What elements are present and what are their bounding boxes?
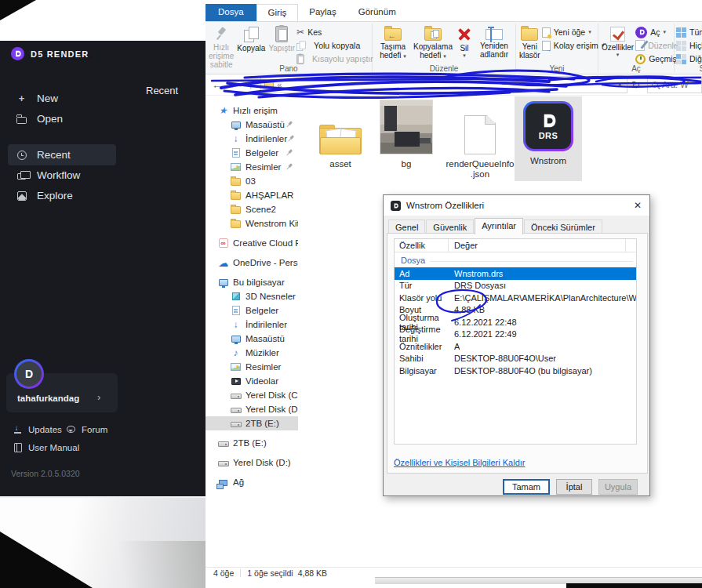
cut-button[interactable]: ✂ Kes	[296, 26, 373, 38]
sidebar-item-videos[interactable]: Videolar	[206, 374, 298, 388]
document-icon	[232, 148, 240, 158]
select-none-button[interactable]: Hiçbirini	[676, 39, 702, 52]
rename-button[interactable]: Yeniden adlandır	[475, 24, 514, 60]
paste-shortcut-button[interactable]: Kısayolu yapıştır	[296, 53, 373, 65]
history-button[interactable]: Geçmiş	[635, 53, 678, 65]
edit-button[interactable]: Düzenle	[635, 39, 678, 52]
detail-row-folder-path[interactable]: Klasör yoluE:\ÇALIŞMALAR\AMERİKA\PlanArc…	[395, 292, 636, 304]
star-icon: ★	[219, 106, 227, 116]
address-bar[interactable]: « ▾	[260, 76, 627, 93]
cancel-button[interactable]: İptal	[556, 479, 592, 495]
invert-selection-button[interactable]: Diğerleri	[676, 53, 702, 65]
sidebar-item-local-disk-d-2[interactable]: Yerel Disk (D:)	[206, 456, 298, 470]
tab-share[interactable]: Paylaş	[298, 4, 347, 21]
sidebar-item-network[interactable]: Ağ	[206, 475, 298, 489]
picture-icon	[231, 163, 241, 171]
sidebar-item-03[interactable]: 03	[206, 174, 298, 188]
cloud-icon: ☁	[218, 258, 228, 268]
detail-row-owner[interactable]: SahibiDESKTOP-88U0F4O\User	[395, 353, 636, 365]
item-count: 4 öğe	[213, 568, 234, 578]
sidebar-item-onedrive[interactable]: ☁OneDrive - Personal	[206, 256, 298, 270]
new-item-button[interactable]: Yeni öğe ▾	[542, 26, 605, 38]
folder-icon	[231, 206, 241, 214]
address-dropdown[interactable]: ▾	[616, 82, 624, 89]
open-small-buttons: Aç ▾ Düzenle Geçmiş	[635, 24, 678, 65]
file-bg-image[interactable]: bg	[375, 100, 438, 169]
move-to-button[interactable]: ← Taşıma hedefi ▾	[374, 24, 412, 61]
sidebar-item-documents-2[interactable]: Belgeler	[206, 303, 298, 318]
up-button[interactable]: ↑	[244, 79, 257, 91]
copy-path-button[interactable]: Yolu kopyala	[296, 39, 373, 52]
sidebar-item-creative-cloud[interactable]: ∞Creative Cloud Files	[206, 236, 298, 250]
file-wnstrom-drs-selected[interactable]: DRS Wnstrom	[515, 96, 582, 181]
detail-row-attributes[interactable]: ÖzniteliklerA	[395, 340, 636, 353]
search-box[interactable]: Ara: W	[647, 76, 702, 93]
d5-forum-link[interactable]: Forum	[66, 424, 107, 434]
delete-button[interactable]: Sil ▾	[454, 24, 475, 59]
tab-home[interactable]: Giriş	[256, 4, 299, 21]
properties-button[interactable]: Özellikler ▾	[600, 24, 635, 58]
detail-row-type[interactable]: TürDRS Dosyası	[395, 280, 636, 292]
d5-open-button[interactable]: Open	[16, 113, 63, 125]
new-folder-button[interactable]: Yeni klasör	[518, 24, 542, 61]
detail-row-computer[interactable]: BilgisayarDESKTOP-88U0F4O (bu bilgisayar…	[395, 365, 636, 377]
sidebar-item-documents[interactable]: Belgeler	[206, 146, 298, 160]
sidebar-item-local-disk-d[interactable]: Yerel Disk (D:)	[206, 402, 298, 416]
details-header: Özellik Değer	[395, 239, 636, 252]
tab-view[interactable]: Görünüm	[347, 4, 407, 21]
forward-button[interactable]: →	[224, 79, 237, 91]
detail-row-modified[interactable]: Değiştirme tarihi6.12.2021 22:49	[395, 328, 636, 341]
d5-updates-link[interactable]: Updates	[13, 424, 62, 434]
sidebar-item-downloads-2[interactable]: ↓İndirilenler	[206, 318, 298, 332]
d5-user-manual-link[interactable]: User Manual	[13, 442, 79, 452]
back-button[interactable]: ←	[210, 79, 224, 91]
network-icon	[219, 480, 227, 486]
sidebar-item-local-disk-c[interactable]: Yerel Disk (C:)	[206, 388, 298, 402]
ok-button[interactable]: Tamam	[503, 479, 550, 495]
book-icon	[13, 442, 23, 452]
avatar[interactable]: D	[14, 359, 44, 389]
tab-file[interactable]: Dosya	[206, 4, 256, 21]
file-render-queue-json[interactable]: renderQueueInfo.json	[446, 100, 515, 180]
copy-path-icon	[296, 40, 305, 50]
sidebar-item-desktop[interactable]: Masaüstü	[206, 118, 298, 132]
sidebar-item-pictures[interactable]: Resimler	[206, 160, 298, 174]
taskbar-fragment	[566, 583, 702, 588]
ribbon-group-clipboard: Hızlı erişime sabitle Kopyala Yapıştır ✂…	[206, 22, 372, 74]
sidebar-item-desktop-2[interactable]: Masaüstü	[206, 332, 298, 346]
detail-row-name[interactable]: AdWnstrom.drs	[395, 267, 636, 280]
copy-button[interactable]: Kopyala	[235, 24, 267, 54]
sidebar-item-ahsaplar[interactable]: AHŞAPLAR	[206, 188, 298, 202]
sidebar-item-pictures-2[interactable]: Resimler	[206, 360, 298, 374]
sidebar-item-2tb-e-selected[interactable]: 2TB (E:)	[206, 416, 298, 430]
close-icon[interactable]: ✕	[626, 196, 649, 216]
dialog-tab-page: Özellik Değer Dosya AdWnstrom.drs TürDRS…	[387, 233, 648, 474]
pin-icon	[214, 26, 228, 42]
apply-button[interactable]: Uygula	[598, 479, 638, 495]
sidebar-item-downloads[interactable]: ↓İndirilenler	[206, 132, 298, 146]
sidebar-item-quick-access[interactable]: ★Hızlı erişim	[206, 103, 298, 118]
tab-details[interactable]: Ayrıntılar	[475, 218, 523, 234]
select-all-button[interactable]: Tümünü	[676, 26, 702, 38]
sidebar-item-2tb-e[interactable]: 2TB (E:)	[206, 436, 298, 450]
file-asset-folder[interactable]: asset	[311, 100, 370, 169]
d5-nav-recent[interactable]: Recent	[16, 149, 71, 161]
d5-nav-workflow[interactable]: Workflow	[16, 169, 80, 181]
remove-properties-link[interactable]: Özellikleri ve Kişisel Bilgileri Kaldır	[394, 458, 526, 467]
copy-to-button[interactable]: Kopyalama hedefi ▾	[412, 24, 454, 61]
navigation-bar: ← → ▾ ↑ « ▾ ↻ Ara: W	[206, 74, 702, 96]
d5-nav-explore[interactable]: Explore	[16, 190, 73, 201]
history-dropdown[interactable]: ▾	[237, 82, 244, 89]
group-label-organize: Düzenle	[373, 64, 515, 73]
d5-render-panel: D5 RENDER Recent + New Open Recent Workf…	[0, 41, 206, 496]
sidebar-item-music[interactable]: ♪Müzikler	[206, 346, 298, 360]
easy-access-button[interactable]: Kolay erişim ▾	[542, 39, 605, 52]
sidebar-item-3d-objects[interactable]: 3D Nesneler	[206, 289, 298, 303]
sidebar-item-wenstrom-kitchen[interactable]: Wenstrom Kitchen	[206, 216, 298, 230]
open-button[interactable]: Aç ▾	[635, 26, 678, 38]
sidebar-item-scene2[interactable]: Scene2	[206, 202, 298, 216]
d5-new-button[interactable]: + New	[16, 93, 58, 104]
refresh-icon[interactable]: ↻	[627, 79, 644, 91]
sidebar-item-this-pc[interactable]: Bu bilgisayar	[206, 275, 298, 289]
paste-button[interactable]: Yapıştır	[267, 24, 296, 54]
